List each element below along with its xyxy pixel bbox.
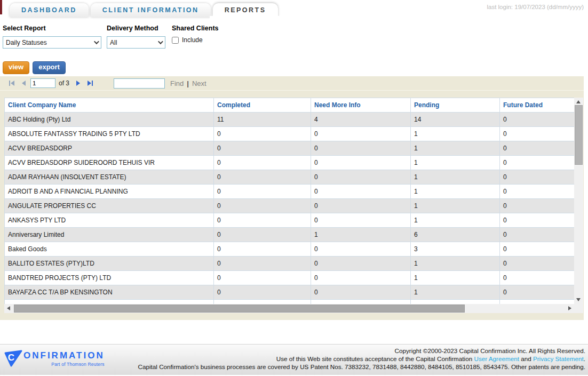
client-name-cell: ACVV BREDASDORP SUIDEROORD TEHUIS VIR (5, 156, 214, 170)
client-name-cell: ANKASYS PTY LTD (5, 213, 214, 228)
vertical-scrollbar[interactable] (574, 98, 583, 304)
export-button[interactable]: export (33, 61, 66, 74)
horizontal-scrollbar[interactable] (4, 304, 574, 313)
count-cell: 0 (311, 127, 411, 141)
table-row: ABC Holding (Pty) Ltd114140 (5, 113, 575, 127)
count-cell: 1 (411, 185, 500, 199)
count-cell: 0 (214, 156, 311, 170)
last-page-icon[interactable] (85, 79, 96, 87)
find-next-separator: | (187, 79, 189, 87)
delivery-method-dropdown[interactable]: All (107, 36, 165, 49)
count-cell: 0 (500, 285, 575, 300)
count-cell: 1 (411, 141, 500, 156)
include-label: Include (182, 36, 203, 44)
svg-text:C: C (8, 353, 14, 363)
column-header-pending[interactable]: Pending (411, 98, 500, 113)
next-page-icon[interactable] (74, 79, 83, 87)
count-cell: 0 (500, 228, 575, 242)
next-link[interactable]: Next (192, 79, 206, 87)
table-row: ADROIT B AND A FINANCIAL PLANNING0010 (5, 185, 575, 199)
count-cell: 0 (311, 257, 411, 271)
count-cell: 14 (214, 300, 311, 305)
tab-dashboard[interactable]: DASHBOARD (10, 3, 89, 17)
count-cell: 0 (500, 113, 575, 127)
prev-page-icon[interactable] (19, 79, 28, 87)
logo-wordmark: ONFIRMATION (23, 351, 105, 360)
column-header-completed[interactable]: Completed (214, 98, 311, 113)
count-cell: 0 (500, 271, 575, 285)
client-name-cell: Beauty SA PTY ltd (5, 300, 214, 305)
filter-section: Select Report Daily Statuses Delivery Me… (0, 25, 588, 58)
scroll-right-icon[interactable] (568, 306, 571, 310)
count-cell: 0 (500, 242, 575, 257)
delivery-method-value: All (110, 39, 117, 46)
select-report-label: Select Report (3, 25, 101, 32)
count-cell: 0 (311, 170, 411, 185)
footer-legal-text: Copyright ©2000-2023 Capital Confirmatio… (138, 347, 585, 371)
edge-accent (0, 0, 2, 14)
count-cell: 14 (411, 113, 500, 127)
column-header-future-dated[interactable]: Future Dated (500, 98, 575, 113)
horizontal-scrollbar-thumb[interactable] (14, 305, 465, 313)
client-name-cell: BALLITO ESTATES (PTY)LTD (5, 257, 214, 271)
table-row: ADAM RAYHAAN (INSOLVENT ESTATE)0010 (5, 170, 575, 185)
count-cell: 1 (411, 127, 500, 141)
table-row: Baked Goods0030 (5, 242, 575, 257)
first-page-icon[interactable] (6, 79, 17, 87)
count-cell: 1 (311, 228, 411, 242)
terms-line: Use of this Web site constitutes accepta… (138, 355, 585, 363)
user-agreement-link[interactable]: User Agreement (474, 355, 519, 362)
find-link[interactable]: Find (170, 79, 184, 87)
count-cell: 0 (214, 271, 311, 285)
view-button[interactable]: view (3, 61, 29, 74)
client-name-cell: ADAM RAYHAAN (INSOLVENT ESTATE) (5, 170, 214, 185)
column-header-client-company-name[interactable]: Client Company Name (5, 98, 214, 113)
count-cell: 0 (214, 257, 311, 271)
report-table-viewport: Client Company Name Completed Need More … (4, 98, 574, 304)
table-row: Anniversary Limited0160 (5, 228, 575, 242)
count-cell: 6 (411, 228, 500, 242)
count-cell: 1 (411, 271, 500, 285)
table-row: ACVV BREDASDORP0010 (5, 141, 575, 156)
count-cell: 0 (214, 285, 311, 300)
client-name-cell: ADROIT B AND A FINANCIAL PLANNING (5, 185, 214, 199)
scroll-up-icon[interactable] (576, 100, 581, 103)
count-cell: 0 (311, 156, 411, 170)
count-cell: 0 (311, 285, 411, 300)
column-header-need-more-info[interactable]: Need More Info (311, 98, 411, 113)
table-row: ACVV BREDASDORP SUIDEROORD TEHUIS VIR001… (5, 156, 575, 170)
patent-line: Capital Confirmation's business processe… (138, 363, 585, 371)
scroll-left-icon[interactable] (7, 306, 10, 310)
count-cell: 0 (311, 213, 411, 228)
count-cell: 0 (500, 185, 575, 199)
count-cell: 0 (214, 170, 311, 185)
client-name-cell: ANGULATE PROPERTIES CC (5, 199, 214, 213)
client-name-cell: ACVV BREDASDORP (5, 141, 214, 156)
vertical-scrollbar-thumb[interactable] (575, 105, 583, 165)
count-cell: 0 (214, 242, 311, 257)
count-cell: 4 (311, 113, 411, 127)
client-name-cell: Anniversary Limited (5, 228, 214, 242)
client-name-cell: BANDTRED PROJECTS (PTY) LTD (5, 271, 214, 285)
page-number-input[interactable] (30, 78, 55, 88)
tab-client-information[interactable]: CLIENT INFORMATION (91, 3, 211, 17)
privacy-statement-link[interactable]: Privacy Statement (533, 355, 584, 362)
count-cell: 0 (214, 199, 311, 213)
table-row: BALLITO ESTATES (PTY)LTD0010 (5, 257, 575, 271)
chevron-down-icon (158, 39, 163, 44)
client-name-cell: ABC Holding (Pty) Ltd (5, 113, 214, 127)
chevron-down-icon (94, 39, 99, 44)
include-checkbox[interactable] (172, 37, 179, 44)
scroll-down-icon[interactable] (576, 298, 581, 301)
reports-page: DASHBOARD CLIENT INFORMATION REPORTS las… (0, 0, 588, 376)
count-cell: 0 (311, 271, 411, 285)
table-row: ANGULATE PROPERTIES CC0010 (5, 199, 575, 213)
count-cell: 10 (411, 300, 500, 305)
delivery-method-label: Delivery Method (107, 25, 165, 32)
action-buttons: view export (3, 61, 66, 74)
select-report-dropdown[interactable]: Daily Statuses (3, 36, 101, 49)
client-name-cell: ABSOLUTE FANTASSY TRADING 5 PTY LTD (5, 127, 214, 141)
find-input[interactable] (114, 78, 165, 89)
confirmation-logo: C ONFIRMATION Part of Thomson Reuters (4, 349, 105, 367)
tab-reports[interactable]: REPORTS (213, 3, 278, 17)
